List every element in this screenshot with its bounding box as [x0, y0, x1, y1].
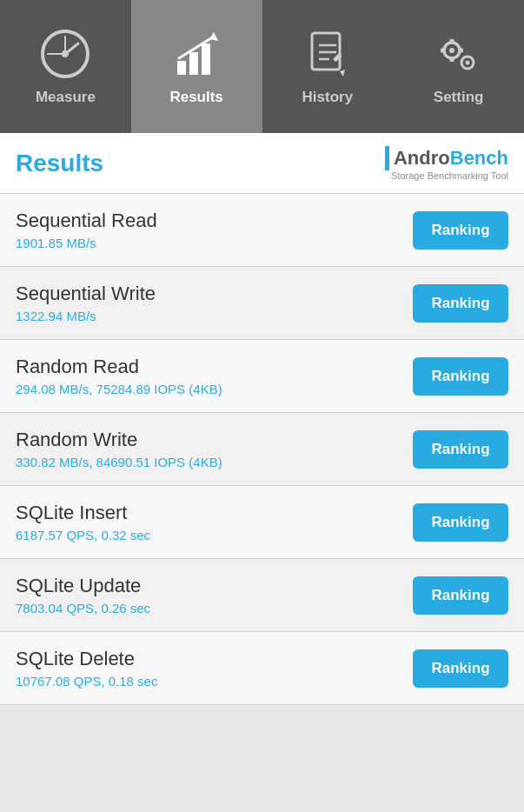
result-info: SQLite Insert6187.57 QPS, 0.32 sec	[16, 502, 150, 542]
result-row: SQLite Insert6187.57 QPS, 0.32 secRankin…	[0, 486, 524, 559]
result-row: Sequential Write1322.94 MB/sRanking	[0, 267, 524, 340]
svg-point-19	[465, 60, 469, 64]
result-name: Random Read	[16, 356, 222, 378]
nav-label-setting: Setting	[434, 89, 484, 106]
brand-bench: Bench	[450, 147, 508, 170]
result-value: 294.08 MB/s, 75284.89 IOPS (4KB)	[16, 382, 222, 396]
results-header: Results AndroBench Storage Benchmarking …	[0, 133, 524, 194]
result-value: 6187.57 QPS, 0.32 sec	[16, 528, 150, 542]
result-info: SQLite Delete10767.08 QPS, 0.18 sec	[16, 648, 157, 689]
svg-point-17	[449, 48, 454, 53]
nav-bar: Measure Results History	[0, 0, 524, 133]
brand-name: AndroBench	[385, 146, 508, 170]
result-value: 1901.85 MB/s	[16, 236, 157, 250]
nav-label-results: Results	[169, 89, 222, 106]
ranking-button[interactable]: Ranking	[413, 576, 508, 615]
result-row: SQLite Update7803.04 QPS, 0.26 secRankin…	[0, 559, 524, 632]
nav-item-measure[interactable]: Measure	[0, 0, 131, 133]
result-value: 10767.08 QPS, 0.18 sec	[16, 674, 157, 689]
result-name: Sequential Write	[16, 283, 156, 305]
result-row: Random Write330.82 MB/s, 84690.51 IOPS (…	[0, 413, 524, 486]
svg-rect-7	[202, 43, 210, 75]
result-name: SQLite Update	[16, 575, 150, 597]
nav-label-measure: Measure	[36, 89, 96, 106]
brand-logo: AndroBench Storage Benchmarking Tool	[385, 146, 508, 181]
ranking-button[interactable]: Ranking	[413, 649, 508, 688]
nav-label-history: History	[302, 89, 354, 106]
svg-line-2	[65, 43, 78, 54]
svg-rect-6	[189, 52, 198, 75]
result-name: SQLite Insert	[16, 502, 150, 524]
result-name: Sequential Read	[16, 210, 157, 232]
svg-marker-15	[340, 70, 345, 77]
result-info: Random Write330.82 MB/s, 84690.51 IOPS (…	[16, 429, 222, 469]
ranking-button[interactable]: Ranking	[413, 211, 508, 250]
nav-item-setting[interactable]: Setting	[393, 0, 524, 133]
svg-rect-20	[449, 39, 454, 43]
svg-rect-5	[177, 61, 186, 75]
ranking-button[interactable]: Ranking	[413, 503, 508, 542]
measure-icon	[39, 28, 91, 80]
results-icon	[170, 28, 222, 80]
svg-rect-21	[449, 57, 454, 62]
history-icon	[302, 28, 354, 80]
setting-icon	[433, 28, 485, 80]
result-row: Sequential Read1901.85 MB/sRanking	[0, 194, 524, 267]
result-row: Random Read294.08 MB/s, 75284.89 IOPS (4…	[0, 340, 524, 413]
result-row: SQLite Delete10767.08 QPS, 0.18 secRanki…	[0, 632, 524, 705]
svg-rect-23	[459, 48, 463, 52]
ranking-button[interactable]: Ranking	[413, 284, 508, 323]
results-list: Sequential Read1901.85 MB/sRankingSequen…	[0, 194, 524, 705]
ranking-button[interactable]: Ranking	[413, 357, 508, 396]
svg-rect-22	[441, 48, 445, 52]
brand-andro: Andro	[394, 147, 450, 170]
result-info: Random Read294.08 MB/s, 75284.89 IOPS (4…	[16, 356, 222, 396]
result-info: Sequential Read1901.85 MB/s	[16, 210, 157, 250]
page-title: Results	[16, 150, 103, 177]
ranking-button[interactable]: Ranking	[413, 430, 508, 469]
nav-item-results[interactable]: Results	[131, 0, 262, 133]
result-name: SQLite Delete	[16, 648, 157, 670]
result-info: Sequential Write1322.94 MB/s	[16, 283, 156, 323]
brand-bar	[385, 146, 389, 170]
result-name: Random Write	[16, 429, 222, 451]
brand-tagline: Storage Benchmarking Tool	[391, 170, 508, 181]
nav-item-history[interactable]: History	[262, 0, 394, 133]
result-value: 7803.04 QPS, 0.26 sec	[16, 601, 150, 616]
result-value: 330.82 MB/s, 84690.51 IOPS (4KB)	[16, 455, 222, 469]
result-info: SQLite Update7803.04 QPS, 0.26 sec	[16, 575, 150, 616]
result-value: 1322.94 MB/s	[16, 309, 156, 323]
